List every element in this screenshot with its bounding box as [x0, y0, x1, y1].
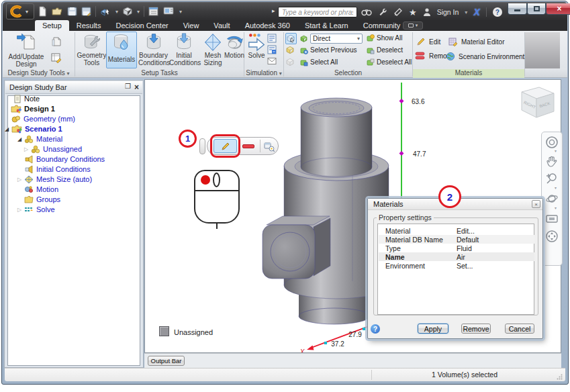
sign-in-person-icon[interactable]: [423, 7, 431, 17]
select-surfaces-mode-button[interactable]: [285, 45, 297, 56]
tab-setup[interactable]: Setup: [35, 20, 69, 31]
property-row-type[interactable]: TypeFluid: [379, 244, 534, 252]
group-label-design-study-tools[interactable]: Design Study Tools ▾: [3, 69, 75, 77]
zoom-caret-icon[interactable]: ▾: [555, 185, 557, 190]
steering-wheel-tool[interactable]: [545, 136, 559, 149]
help-icon[interactable]: ?: [493, 7, 502, 17]
tree-item-groups[interactable]: Groups: [24, 195, 60, 204]
materials-button[interactable]: Materials: [106, 32, 137, 68]
tree-item-design[interactable]: Design 1: [11, 104, 55, 113]
search-expand-icon[interactable]: ▸: [272, 7, 275, 14]
qat-overflow-caret-icon[interactable]: ▾: [179, 9, 182, 15]
apply-button[interactable]: Apply: [418, 324, 448, 334]
look-at-tool[interactable]: [545, 212, 559, 226]
new-file-button[interactable]: [38, 6, 48, 17]
solution-monitor-button[interactable]: [267, 34, 277, 43]
sign-in-caret-icon[interactable]: ▾: [465, 9, 467, 15]
float-panel-icon[interactable]: ❐: [125, 83, 131, 90]
select-edges-mode-button[interactable]: [285, 57, 297, 68]
tree-item-solve[interactable]: ▷ Solve: [17, 205, 55, 214]
tree-item-motion[interactable]: Motion: [24, 185, 58, 194]
remove-material-mini-button[interactable]: [240, 140, 257, 152]
close-button[interactable]: ×: [546, 3, 570, 15]
exchange-apps-icon[interactable]: X: [473, 7, 479, 17]
favorites-star-icon[interactable]: ★: [409, 8, 417, 17]
solution-manager-button[interactable]: [267, 45, 277, 54]
cancel-button[interactable]: Cancel: [505, 324, 534, 334]
solve-button[interactable]: Solve: [246, 33, 267, 68]
initial-conditions-button[interactable]: Initial Conditions: [169, 33, 199, 68]
tab-start-learn[interactable]: Start & Learn: [297, 20, 356, 31]
email-notification-button[interactable]: [267, 56, 277, 66]
open-file-button[interactable]: [52, 6, 63, 17]
tab-view[interactable]: View: [176, 20, 207, 31]
screen-layout-button[interactable]: [163, 6, 175, 17]
select-previous-button[interactable]: Select Previous: [299, 46, 357, 54]
property-row-name[interactable]: NameAir: [379, 252, 534, 261]
expander-open-icon[interactable]: ◢: [17, 136, 24, 142]
property-row-db-name[interactable]: Material DB NameDefault: [379, 235, 534, 244]
resize-grip[interactable]: [557, 374, 563, 380]
tree-item-boundary-conditions[interactable]: Boundary Conditions: [24, 154, 105, 164]
material-editor-button[interactable]: Material Editor: [448, 37, 504, 46]
appearance-caret-icon[interactable]: ▾: [137, 9, 140, 15]
dialog-close-button[interactable]: ×: [532, 200, 540, 208]
select-tool-button[interactable]: [100, 6, 111, 17]
design-study-bar-header[interactable]: Design Study Bar ❐ ×: [5, 81, 142, 94]
show-all-button[interactable]: Show All: [366, 34, 402, 42]
select-tool-caret-icon[interactable]: ▾: [115, 9, 118, 15]
tree-item-unassigned[interactable]: ▷ Unassigned: [24, 144, 82, 154]
dialog-remove-button[interactable]: Remove: [461, 324, 491, 334]
ribbon-display-toggle[interactable]: ▾: [403, 21, 423, 30]
minimize-button[interactable]: [508, 3, 527, 15]
deselect-button[interactable]: Deselect: [366, 46, 403, 54]
edit-material-button[interactable]: Edit: [416, 37, 440, 46]
maximize-button[interactable]: [527, 3, 546, 15]
orbit-caret-icon[interactable]: ▾: [555, 205, 557, 210]
expander-closed-icon[interactable]: ▷: [24, 146, 31, 152]
geometry-tools-button[interactable]: Geometry Tools: [77, 33, 107, 68]
pan-tool[interactable]: [545, 155, 559, 168]
save-as-button[interactable]: [81, 6, 91, 17]
design-review-table-button[interactable]: [51, 52, 62, 63]
save-button[interactable]: [67, 6, 77, 17]
sign-in-label[interactable]: Sign In: [437, 8, 459, 16]
tree-item-note[interactable]: Note: [13, 94, 40, 103]
scenario-environment-button[interactable]: Scenario Environment: [446, 52, 524, 61]
tab-results[interactable]: Results: [69, 20, 109, 31]
app-menu-button[interactable]: ▾: [6, 3, 34, 19]
search-binoculars-icon[interactable]: [361, 7, 372, 17]
deselect-all-button[interactable]: Deselect All: [366, 58, 412, 66]
communication-center-icon[interactable]: [393, 7, 403, 17]
tab-autodesk-360[interactable]: Autodesk 360: [238, 20, 297, 31]
output-bar-button[interactable]: Output Bar: [148, 356, 185, 366]
orbit-tool[interactable]: [545, 192, 559, 205]
selection-mode-dropdown[interactable]: Direct ▾: [310, 34, 363, 44]
zoom-extents-tool[interactable]: [545, 230, 559, 243]
expander-closed-icon[interactable]: ▷: [17, 177, 24, 183]
tree-item-material[interactable]: ◢ Material: [17, 134, 62, 144]
search-box[interactable]: [278, 7, 357, 17]
view-cube[interactable]: RIGHT BACK: [522, 87, 554, 117]
search-input[interactable]: [279, 7, 357, 17]
wrench-icon[interactable]: [378, 7, 387, 17]
add-update-design-button[interactable]: Add/Update Design: [4, 34, 48, 68]
select-volumes-mode-button[interactable]: [285, 33, 297, 44]
boundary-conditions-button[interactable]: Boundary Conditions: [138, 33, 169, 68]
tab-vault[interactable]: Vault: [206, 20, 237, 31]
property-row-environment[interactable]: EnvironmentSet...: [379, 261, 534, 270]
design-clone-button[interactable]: [51, 36, 62, 47]
appearance-cube-button[interactable]: [122, 6, 133, 17]
group-label-simulation[interactable]: Simulation ▾: [244, 69, 283, 77]
wheel-caret-icon[interactable]: ▾: [555, 148, 557, 153]
tab-decision-center[interactable]: Decision Center: [108, 20, 175, 31]
expander-open-icon[interactable]: ◢: [5, 126, 11, 132]
tree-item-initial-conditions[interactable]: Initial Conditions: [24, 164, 91, 174]
mini-toolbar-grip[interactable]: [199, 138, 205, 154]
motion-button[interactable]: Motion: [224, 33, 244, 68]
tab-community[interactable]: Community: [356, 20, 408, 31]
select-all-button[interactable]: Select All: [299, 58, 338, 66]
expander-closed-icon[interactable]: ▷: [17, 207, 24, 213]
tree-item-mesh-size[interactable]: ▷ Mesh Size (auto): [17, 175, 92, 184]
tree-item-geometry[interactable]: Geometry (mm): [11, 114, 75, 124]
